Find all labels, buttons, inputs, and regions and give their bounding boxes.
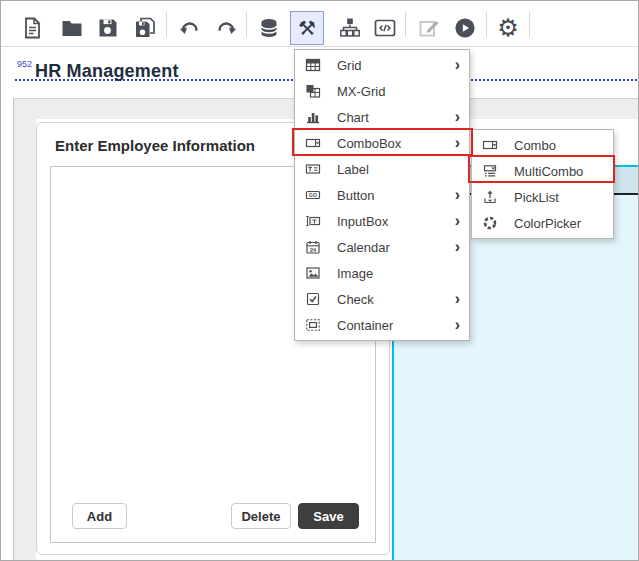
menu-item-label: Grid — [337, 58, 362, 73]
menu-item-label: Container — [337, 318, 393, 333]
menu-item-combobox[interactable]: ComboBox › — [295, 130, 469, 156]
menu-item-label: Label — [337, 162, 369, 177]
submenu-arrow-icon: › — [455, 317, 460, 333]
submenu-arrow-icon: › — [455, 57, 460, 73]
settings-icon[interactable]: ⚙ — [496, 16, 520, 40]
menu-item-chart[interactable]: Chart › — [295, 104, 469, 130]
new-document-icon[interactable] — [20, 16, 44, 40]
app-window: ⚒ ⚙ 952 HR Management Enter Employee Inf… — [0, 0, 639, 561]
component-menu: Grid › MX-Grid Chart › ComboBox › Label … — [294, 49, 470, 341]
undo-icon[interactable] — [177, 16, 201, 40]
menu-item-label: InputBox — [337, 214, 388, 229]
menu-item-label: Image — [337, 266, 373, 281]
menu-item-label: MX-Grid — [337, 84, 385, 99]
svg-text:GO: GO — [309, 192, 317, 198]
submenu-arrow-icon: › — [455, 135, 460, 151]
submenu-arrow-icon: › — [455, 187, 460, 203]
submenu-item-colorpicker[interactable]: ColorPicker — [472, 210, 613, 236]
add-button[interactable]: Add — [72, 503, 127, 529]
image-icon — [305, 265, 321, 281]
design-tools-button[interactable]: ⚒ — [290, 11, 324, 45]
submenu-arrow-icon: › — [455, 291, 460, 307]
menu-item-label: Check — [337, 292, 374, 307]
open-folder-icon[interactable] — [60, 16, 84, 40]
combobox-icon — [305, 135, 321, 151]
multicombo-icon — [482, 163, 498, 179]
save-all-icon[interactable] — [133, 16, 157, 40]
toolbar-separator — [166, 12, 167, 37]
colorpicker-icon — [482, 215, 498, 231]
menu-item-label: Chart — [337, 110, 369, 125]
inputbox-icon — [305, 213, 321, 229]
save-button[interactable]: Save — [298, 503, 359, 529]
menu-item-label: MultiCombo — [514, 164, 583, 179]
button-icon: GO — [305, 187, 321, 203]
menu-item-label: Combo — [514, 138, 556, 153]
menu-item-label-component[interactable]: Label — [295, 156, 469, 182]
menu-item-button[interactable]: GO Button › — [295, 182, 469, 208]
menu-item-label: Button — [337, 188, 375, 203]
form-id-badge: 952 — [17, 59, 32, 69]
menu-item-container[interactable]: Container › — [295, 312, 469, 338]
run-icon[interactable] — [453, 16, 477, 40]
submenu-item-picklist[interactable]: PickList — [472, 184, 613, 210]
delete-button[interactable]: Delete — [231, 503, 291, 529]
calendar-icon: 24 — [305, 239, 321, 255]
submenu-item-multicombo[interactable]: MultiCombo — [472, 158, 613, 184]
menu-item-calendar[interactable]: 24 Calendar › — [295, 234, 469, 260]
toolbar-separator — [486, 12, 487, 37]
menu-item-label: PickList — [514, 190, 559, 205]
panel-heading: Enter Employee Information — [55, 137, 255, 154]
submenu-arrow-icon: › — [455, 239, 460, 255]
submenu-arrow-icon: › — [455, 213, 460, 229]
menu-item-check[interactable]: Check › — [295, 286, 469, 312]
menu-item-image[interactable]: Image — [295, 260, 469, 286]
menu-item-mx-grid[interactable]: MX-Grid — [295, 78, 469, 104]
toolbar-separator — [405, 12, 406, 37]
picklist-icon — [482, 189, 498, 205]
check-icon — [305, 291, 321, 307]
database-icon[interactable] — [257, 16, 281, 40]
menu-item-label: Calendar — [337, 240, 390, 255]
container-icon — [305, 317, 321, 333]
svg-text:24: 24 — [310, 247, 317, 253]
combobox-submenu: Combo MultiCombo PickList ColorPicker — [471, 129, 614, 239]
menu-item-grid[interactable]: Grid › — [295, 52, 469, 78]
toolbar-separator — [529, 12, 530, 37]
grid-icon — [305, 57, 321, 73]
menu-item-inputbox[interactable]: InputBox › — [295, 208, 469, 234]
mx-grid-icon — [305, 83, 321, 99]
menu-item-label: ColorPicker — [514, 216, 581, 231]
menu-item-label: ComboBox — [337, 136, 401, 151]
toolbar: ⚒ ⚙ — [1, 1, 638, 47]
combo-icon — [482, 137, 498, 153]
toolbar-separator — [246, 12, 247, 37]
submenu-arrow-icon: › — [455, 109, 460, 125]
code-icon[interactable] — [373, 16, 397, 40]
edit-icon — [417, 16, 441, 40]
page-title: HR Management — [35, 61, 179, 82]
save-icon[interactable] — [96, 16, 120, 40]
label-icon — [305, 161, 321, 177]
redo-icon[interactable] — [215, 16, 239, 40]
chart-icon — [305, 109, 321, 125]
submenu-item-combo[interactable]: Combo — [472, 132, 613, 158]
sitemap-icon[interactable] — [338, 16, 362, 40]
hammer-wrench-icon: ⚒ — [298, 18, 316, 38]
